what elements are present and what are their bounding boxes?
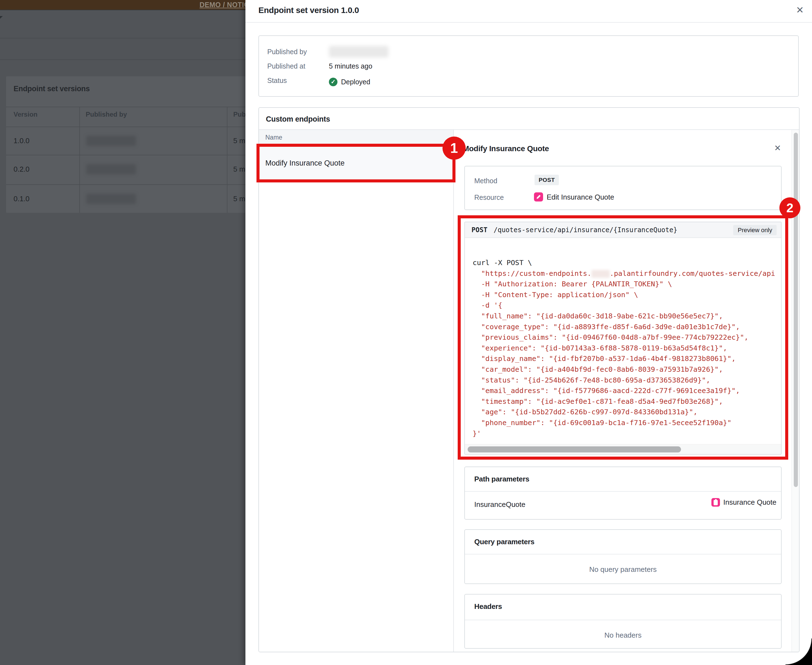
published-at-label: Published at (267, 60, 305, 72)
breadcrumb: DEMO / NOTIONAL (0, 0, 246, 10)
published-by-redacted (86, 136, 136, 146)
divider (465, 620, 781, 620)
caret-icon (0, 16, 3, 19)
custom-endpoints-header: Custom endpoints (259, 108, 799, 130)
published-by-value-redacted (329, 46, 389, 57)
method-badge: POST (535, 175, 559, 185)
divider (0, 10, 246, 10)
path-parameter-object-chip[interactable]: Insurance Quote (711, 498, 776, 507)
path-parameters-title: Path parameters (474, 475, 529, 483)
method-label: Method (474, 177, 497, 185)
method-resource-card: Method POST Resource Edit Insurance Quot… (464, 166, 782, 210)
edit-pencil-icon (534, 192, 543, 201)
version-row: 0.2.05 minutes ago (6, 155, 246, 183)
vertical-scrollbar-thumb[interactable] (794, 133, 798, 487)
breadcrumb-link[interactable]: DEMO / NOTIONAL (200, 1, 246, 9)
check-circle-icon: ✓ (329, 78, 337, 86)
screen-rounded-corner (786, 639, 812, 665)
path-parameter-object-label: Insurance Quote (723, 498, 776, 507)
published-at-cell: 5 minutes ago (233, 136, 246, 145)
endpoint-set-versions-title: Endpoint set versions (13, 85, 90, 93)
version-row: 1.0.05 minutes ago (6, 126, 246, 155)
endpoint-detail-close-icon[interactable]: ✕ (774, 143, 781, 153)
annotation-step-2: 2 (779, 197, 801, 218)
published-by-redacted (86, 194, 136, 204)
resource-link[interactable]: Edit Insurance Quote (547, 193, 614, 201)
annotation-box-2 (458, 215, 788, 460)
status-badge: ✓ Deployed (329, 76, 370, 88)
annotation-box-1 (257, 144, 455, 182)
status-value: Deployed (341, 76, 370, 88)
object-type-icon (711, 498, 720, 507)
published-at-value: 5 minutes ago (329, 60, 372, 72)
version-cell: 0.1.0 (13, 195, 29, 203)
endpoint-detail-title: Modify Insurance Quote (463, 144, 549, 153)
endpoint-list-pane: Name Modify Insurance Quote (259, 130, 454, 652)
column-header-published-at: Published at (233, 111, 246, 118)
column-header-published-by: Published by (86, 111, 127, 118)
query-parameters-title: Query parameters (474, 537, 535, 546)
version-cell: 1.0.0 (13, 136, 29, 145)
divider (246, 22, 812, 23)
published-by-redacted (86, 164, 136, 174)
no-headers-text: No headers (465, 631, 781, 640)
name-column-header: Name (265, 134, 282, 141)
endpoint-set-versions-card: Endpoint set versions Version Published … (6, 76, 246, 213)
divider (0, 38, 246, 38)
divider (0, 59, 246, 60)
published-at-cell: 5 minutes ago (233, 195, 246, 203)
annotation-step-1: 1 (442, 136, 466, 160)
dialog-title: Endpoint set version 1.0.0 (259, 5, 359, 15)
endpoint-set-version-dialog: Endpoint set version 1.0.0 ✕ Published b… (246, 0, 812, 665)
divider (465, 554, 781, 554)
custom-endpoints-title: Custom endpoints (266, 115, 330, 124)
version-cell: 0.2.0 (13, 165, 29, 174)
version-row: 0.1.05 minutes ago (6, 185, 246, 213)
headers-card: Headers No headers (464, 594, 782, 649)
endpoint-list-header: Name (259, 130, 453, 145)
no-query-parameters-text: No query parameters (465, 565, 781, 574)
divider (6, 107, 246, 107)
headers-title: Headers (474, 602, 502, 611)
version-info-card: Published by Published at 5 minutes ago … (259, 35, 799, 97)
screen: DEMO / NOTIONAL Endpoint set versions Ve… (0, 0, 812, 665)
resource-label: Resource (474, 193, 504, 201)
dialog-close-icon[interactable]: ✕ (796, 5, 804, 15)
path-parameter-name: InsuranceQuote (474, 500, 526, 509)
published-at-cell: 5 minutes ago (233, 165, 246, 174)
status-label: Status (267, 75, 287, 86)
query-parameters-card: Query parameters No query parameters (464, 529, 782, 584)
published-by-label: Published by (267, 46, 307, 57)
divider (465, 491, 781, 492)
path-parameters-card: Path parameters InsuranceQuote Insurance… (464, 467, 782, 519)
column-header-version: Version (13, 111, 38, 118)
